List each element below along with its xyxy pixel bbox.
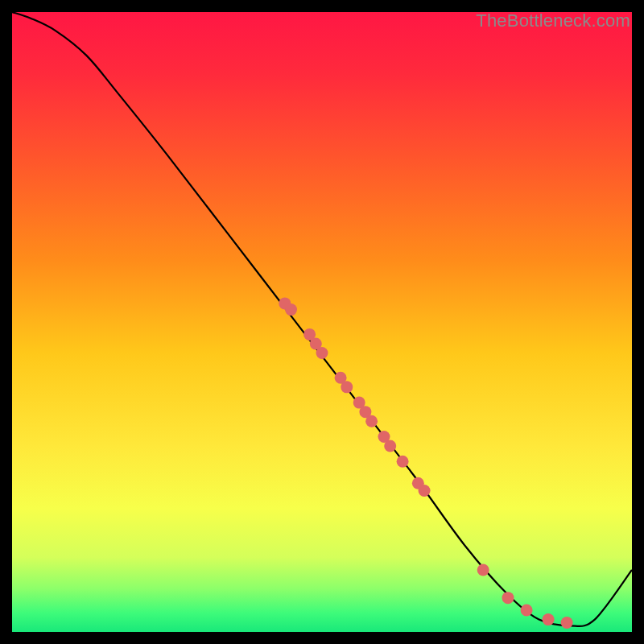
chart-frame: TheBottleneck.com bbox=[12, 12, 632, 632]
curve-marker bbox=[285, 303, 297, 316]
curve-marker bbox=[502, 592, 514, 604]
gradient-background bbox=[12, 12, 632, 632]
curve-marker bbox=[543, 613, 555, 625]
curve-marker bbox=[521, 605, 533, 617]
curve-marker bbox=[365, 415, 378, 427]
curve-marker bbox=[477, 564, 489, 576]
curve-marker bbox=[561, 617, 573, 629]
curve-marker bbox=[397, 456, 409, 468]
bottleneck-chart bbox=[12, 12, 632, 632]
curve-marker bbox=[341, 381, 353, 393]
curve-marker bbox=[384, 440, 396, 452]
curve-marker bbox=[419, 485, 431, 497]
curve-marker bbox=[316, 347, 328, 359]
watermark-text: TheBottleneck.com bbox=[476, 10, 630, 31]
